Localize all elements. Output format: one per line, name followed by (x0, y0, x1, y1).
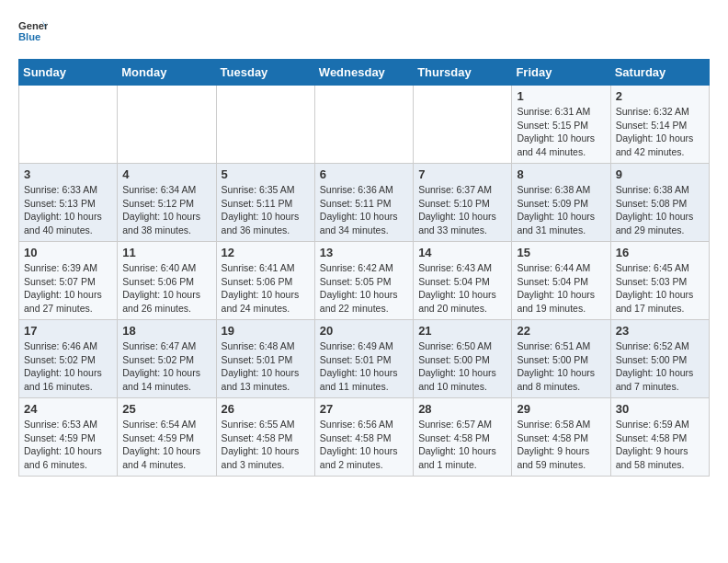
calendar-cell: 16Sunrise: 6:45 AMSunset: 5:03 PMDayligh… (610, 242, 709, 320)
day-info: Sunrise: 6:34 AMSunset: 5:12 PMDaylight:… (122, 183, 210, 237)
day-number: 17 (24, 324, 112, 338)
calendar-header-row: SundayMondayTuesdayWednesdayThursdayFrid… (19, 60, 710, 86)
svg-text:Blue: Blue (18, 31, 40, 42)
day-number: 10 (24, 246, 112, 259)
calendar-table: SundayMondayTuesdayWednesdayThursdayFrid… (18, 59, 710, 477)
calendar-cell: 21Sunrise: 6:50 AMSunset: 5:00 PMDayligh… (414, 320, 512, 398)
logo: General Blue (18, 18, 42, 44)
day-number: 11 (122, 246, 210, 259)
calendar-header-friday: Friday (512, 60, 610, 86)
day-info: Sunrise: 6:54 AMSunset: 4:59 PMDaylight:… (122, 418, 210, 472)
day-number: 23 (616, 324, 704, 338)
day-info: Sunrise: 6:38 AMSunset: 5:09 PMDaylight:… (517, 183, 605, 237)
day-number: 7 (418, 167, 506, 181)
day-info: Sunrise: 6:38 AMSunset: 5:08 PMDaylight:… (616, 183, 704, 237)
day-info: Sunrise: 6:56 AMSunset: 4:58 PMDaylight:… (320, 418, 408, 472)
day-info: Sunrise: 6:57 AMSunset: 4:58 PMDaylight:… (418, 418, 506, 472)
day-number: 25 (122, 402, 210, 416)
calendar-cell: 4Sunrise: 6:34 AMSunset: 5:12 PMDaylight… (118, 164, 216, 242)
day-info: Sunrise: 6:36 AMSunset: 5:11 PMDaylight:… (320, 183, 408, 237)
calendar-cell: 24Sunrise: 6:53 AMSunset: 4:59 PMDayligh… (19, 398, 118, 477)
calendar-cell: 20Sunrise: 6:49 AMSunset: 5:01 PMDayligh… (314, 320, 413, 398)
calendar-cell: 29Sunrise: 6:58 AMSunset: 4:58 PMDayligh… (512, 398, 610, 477)
calendar-header-wednesday: Wednesday (314, 60, 413, 86)
day-info: Sunrise: 6:51 AMSunset: 5:00 PMDaylight:… (517, 339, 605, 394)
day-info: Sunrise: 6:47 AMSunset: 5:02 PMDaylight:… (122, 339, 210, 394)
day-number: 30 (616, 402, 704, 416)
calendar-cell: 13Sunrise: 6:42 AMSunset: 5:05 PMDayligh… (314, 242, 413, 320)
day-info: Sunrise: 6:50 AMSunset: 5:00 PMDaylight:… (418, 339, 506, 394)
day-info: Sunrise: 6:44 AMSunset: 5:04 PMDaylight:… (517, 261, 605, 316)
day-number: 15 (517, 246, 605, 259)
calendar-cell (19, 86, 118, 164)
svg-text:General: General (18, 20, 48, 31)
calendar-cell: 15Sunrise: 6:44 AMSunset: 5:04 PMDayligh… (512, 242, 610, 320)
calendar-cell: 22Sunrise: 6:51 AMSunset: 5:00 PMDayligh… (512, 320, 610, 398)
day-number: 19 (222, 324, 310, 338)
calendar-cell: 17Sunrise: 6:46 AMSunset: 5:02 PMDayligh… (19, 320, 118, 398)
calendar-week-row: 17Sunrise: 6:46 AMSunset: 5:02 PMDayligh… (19, 320, 710, 398)
calendar-cell: 5Sunrise: 6:35 AMSunset: 5:11 PMDaylight… (216, 164, 314, 242)
day-info: Sunrise: 6:45 AMSunset: 5:03 PMDaylight:… (616, 261, 704, 316)
calendar-cell: 28Sunrise: 6:57 AMSunset: 4:58 PMDayligh… (414, 398, 512, 477)
calendar-cell: 6Sunrise: 6:36 AMSunset: 5:11 PMDaylight… (314, 164, 413, 242)
day-number: 12 (222, 246, 310, 259)
day-info: Sunrise: 6:52 AMSunset: 5:00 PMDaylight:… (616, 339, 704, 394)
calendar-cell: 18Sunrise: 6:47 AMSunset: 5:02 PMDayligh… (118, 320, 216, 398)
day-number: 8 (517, 167, 605, 181)
day-number: 5 (222, 167, 310, 181)
calendar-week-row: 1Sunrise: 6:31 AMSunset: 5:15 PMDaylight… (19, 86, 710, 164)
calendar-cell: 27Sunrise: 6:56 AMSunset: 4:58 PMDayligh… (314, 398, 413, 477)
day-info: Sunrise: 6:49 AMSunset: 5:01 PMDaylight:… (320, 339, 408, 394)
day-info: Sunrise: 6:53 AMSunset: 4:59 PMDaylight:… (24, 418, 112, 472)
day-info: Sunrise: 6:48 AMSunset: 5:01 PMDaylight:… (222, 339, 310, 394)
calendar-header-sunday: Sunday (19, 60, 118, 86)
calendar-header-monday: Monday (118, 60, 216, 86)
calendar-cell: 25Sunrise: 6:54 AMSunset: 4:59 PMDayligh… (118, 398, 216, 477)
day-info: Sunrise: 6:31 AMSunset: 5:15 PMDaylight:… (517, 105, 605, 159)
day-info: Sunrise: 6:59 AMSunset: 4:58 PMDaylight:… (616, 418, 704, 472)
day-info: Sunrise: 6:58 AMSunset: 4:58 PMDaylight:… (517, 418, 605, 472)
calendar-cell: 3Sunrise: 6:33 AMSunset: 5:13 PMDaylight… (19, 164, 118, 242)
day-number: 26 (222, 402, 310, 416)
day-number: 24 (24, 402, 112, 416)
day-number: 3 (24, 167, 112, 181)
calendar-cell: 2Sunrise: 6:32 AMSunset: 5:14 PMDaylight… (610, 86, 709, 164)
calendar-week-row: 24Sunrise: 6:53 AMSunset: 4:59 PMDayligh… (19, 398, 710, 477)
calendar-week-row: 3Sunrise: 6:33 AMSunset: 5:13 PMDaylight… (19, 164, 710, 242)
day-info: Sunrise: 6:41 AMSunset: 5:06 PMDaylight:… (222, 261, 310, 316)
day-number: 13 (320, 246, 408, 259)
calendar-cell: 11Sunrise: 6:40 AMSunset: 5:06 PMDayligh… (118, 242, 216, 320)
day-info: Sunrise: 6:39 AMSunset: 5:07 PMDaylight:… (24, 261, 112, 316)
calendar-cell: 23Sunrise: 6:52 AMSunset: 5:00 PMDayligh… (610, 320, 709, 398)
day-info: Sunrise: 6:37 AMSunset: 5:10 PMDaylight:… (418, 183, 506, 237)
calendar-cell: 30Sunrise: 6:59 AMSunset: 4:58 PMDayligh… (610, 398, 709, 477)
day-number: 22 (517, 324, 605, 338)
calendar-cell: 10Sunrise: 6:39 AMSunset: 5:07 PMDayligh… (19, 242, 118, 320)
day-number: 27 (320, 402, 408, 416)
calendar-header-saturday: Saturday (610, 60, 709, 86)
day-number: 20 (320, 324, 408, 338)
day-info: Sunrise: 6:42 AMSunset: 5:05 PMDaylight:… (320, 261, 408, 316)
calendar-cell: 8Sunrise: 6:38 AMSunset: 5:09 PMDaylight… (512, 164, 610, 242)
day-number: 18 (122, 324, 210, 338)
calendar-cell: 26Sunrise: 6:55 AMSunset: 4:58 PMDayligh… (216, 398, 314, 477)
day-number: 14 (418, 246, 506, 259)
day-info: Sunrise: 6:55 AMSunset: 4:58 PMDaylight:… (222, 418, 310, 472)
day-number: 21 (418, 324, 506, 338)
calendar-cell: 1Sunrise: 6:31 AMSunset: 5:15 PMDaylight… (512, 86, 610, 164)
calendar-week-row: 10Sunrise: 6:39 AMSunset: 5:07 PMDayligh… (19, 242, 710, 320)
page-header: General Blue (18, 18, 710, 44)
day-info: Sunrise: 6:46 AMSunset: 5:02 PMDaylight:… (24, 339, 112, 394)
calendar-cell (414, 86, 512, 164)
day-number: 9 (616, 167, 704, 181)
day-number: 29 (517, 402, 605, 416)
calendar-header-tuesday: Tuesday (216, 60, 314, 86)
day-info: Sunrise: 6:33 AMSunset: 5:13 PMDaylight:… (24, 183, 112, 237)
day-number: 6 (320, 167, 408, 181)
calendar-cell: 12Sunrise: 6:41 AMSunset: 5:06 PMDayligh… (216, 242, 314, 320)
day-info: Sunrise: 6:32 AMSunset: 5:14 PMDaylight:… (616, 105, 704, 159)
calendar-cell: 7Sunrise: 6:37 AMSunset: 5:10 PMDaylight… (414, 164, 512, 242)
day-number: 1 (517, 89, 605, 103)
calendar-cell: 9Sunrise: 6:38 AMSunset: 5:08 PMDaylight… (610, 164, 709, 242)
